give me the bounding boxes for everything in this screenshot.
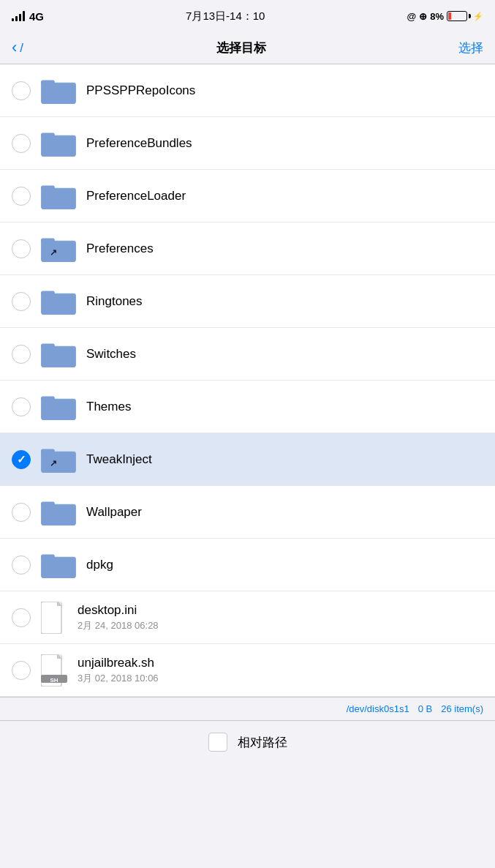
svg-rect-28 [42, 400, 75, 419]
radio-button[interactable] [12, 345, 31, 364]
list-item[interactable]: Themes [0, 381, 495, 433]
list-item[interactable]: PreferenceBundles [0, 117, 495, 170]
folder-icon [41, 340, 76, 369]
nav-bar: ‹ / 选择目标 选择 [0, 32, 495, 64]
item-info: PreferenceLoader [86, 189, 483, 203]
status-right: @ ⊕ 8% ⚡ [407, 11, 483, 22]
battery-icon: ⚡ [447, 11, 483, 21]
item-info: PPSSPPRepoIcons [86, 83, 483, 98]
file-icon: SH [41, 654, 67, 686]
back-label: / [20, 41, 23, 56]
item-name: Switches [86, 347, 483, 362]
folder-icon: ↗ [41, 234, 76, 263]
footer-path: /dev/disk0s1s1 [347, 703, 409, 714]
item-info: unjailbreak.sh3月 02, 2018 10:06 [78, 656, 483, 685]
list-item[interactable]: SH unjailbreak.sh3月 02, 2018 10:06 [0, 644, 495, 697]
svg-text:↗: ↗ [50, 247, 57, 258]
list-item[interactable]: PreferenceLoader [0, 170, 495, 222]
file-icon [41, 602, 67, 634]
svg-rect-3 [42, 83, 75, 103]
item-name: Ringtones [86, 294, 483, 309]
list-item[interactable]: dpkg [0, 539, 495, 591]
svg-text:SH: SH [50, 677, 58, 684]
item-name: desktop.ini [78, 603, 483, 618]
battery-percent: 8% [430, 11, 444, 22]
item-name: Themes [86, 400, 483, 414]
item-info: dpkg [86, 558, 483, 572]
footer-size: 0 B [418, 703, 433, 714]
item-info: Ringtones [86, 294, 483, 309]
footer-items: 26 item(s) [441, 703, 483, 714]
item-info: Switches [86, 347, 483, 362]
lock-icon: @ [407, 11, 417, 22]
relative-path-checkbox[interactable] [208, 733, 227, 752]
radio-button[interactable] [12, 397, 31, 416]
list-item[interactable]: PPSSPPRepoIcons [0, 64, 495, 117]
item-date: 3月 02, 2018 10:06 [78, 672, 483, 685]
item-info: PreferenceBundles [86, 136, 483, 151]
radio-button[interactable] [12, 503, 31, 522]
carrier-label: 4G [29, 10, 44, 23]
status-left: 4G [12, 10, 44, 23]
item-date: 2月 24, 2018 06:28 [78, 619, 483, 632]
status-time: 7月13日-14：10 [186, 10, 265, 23]
list-item[interactable]: Wallpaper [0, 486, 495, 539]
radio-button[interactable] [12, 292, 31, 311]
radio-button[interactable] [12, 661, 31, 680]
folder-icon [41, 182, 76, 211]
list-item[interactable]: desktop.ini2月 24, 2018 06:28 [0, 591, 495, 644]
item-info: Wallpaper [86, 505, 483, 520]
location-icon: ⊕ [419, 11, 427, 22]
item-name: Wallpaper [86, 505, 483, 520]
svg-rect-41 [42, 558, 75, 577]
svg-rect-20 [42, 294, 75, 314]
folder-icon: ↗ [41, 445, 76, 474]
back-button[interactable]: ‹ / [12, 41, 23, 56]
item-name: dpkg [86, 558, 483, 572]
bottom-bar: 相对路径 [0, 720, 495, 763]
item-info: Preferences [86, 242, 483, 256]
item-name: PreferenceLoader [86, 189, 483, 203]
list-item[interactable]: ↗ TweakInject [0, 433, 495, 486]
svg-rect-32 [42, 452, 75, 472]
radio-button[interactable] [12, 608, 31, 627]
item-name: PPSSPPRepoIcons [86, 83, 483, 98]
nav-title: 选择目标 [216, 40, 266, 56]
svg-rect-15 [42, 242, 75, 261]
list-item[interactable]: Switches [0, 328, 495, 381]
list-item[interactable]: Ringtones [0, 275, 495, 328]
footer-bar: /dev/disk0s1s1 0 B 26 item(s) [0, 697, 495, 720]
item-name: unjailbreak.sh [78, 656, 483, 670]
item-info: desktop.ini2月 24, 2018 06:28 [78, 603, 483, 632]
folder-icon [41, 392, 76, 422]
radio-button[interactable] [12, 134, 31, 153]
svg-text:↗: ↗ [50, 458, 57, 468]
relative-path-label: 相对路径 [238, 734, 287, 751]
item-name: Preferences [86, 242, 483, 256]
svg-rect-11 [42, 189, 75, 209]
radio-button[interactable] [12, 239, 31, 258]
svg-rect-7 [42, 136, 75, 156]
svg-rect-37 [42, 505, 75, 525]
svg-rect-42 [41, 602, 61, 634]
status-bar: 4G 7月13日-14：10 @ ⊕ 8% ⚡ [0, 0, 495, 32]
radio-button[interactable] [12, 450, 31, 469]
folder-icon [41, 76, 76, 105]
folder-icon [41, 498, 76, 527]
radio-button[interactable] [12, 187, 31, 206]
item-name: TweakInject [86, 452, 483, 467]
select-button[interactable]: 选择 [458, 40, 483, 56]
radio-button[interactable] [12, 555, 31, 575]
item-info: TweakInject [86, 452, 483, 467]
folder-icon [41, 550, 76, 580]
folder-icon [41, 129, 76, 158]
svg-rect-24 [42, 347, 75, 367]
radio-button[interactable] [12, 81, 31, 100]
back-chevron-icon: ‹ [12, 40, 17, 56]
item-name: PreferenceBundles [86, 136, 483, 151]
item-info: Themes [86, 400, 483, 414]
signal-icon [12, 11, 25, 21]
folder-icon [41, 287, 76, 316]
file-list: PPSSPPRepoIcons PreferenceBundles Prefer… [0, 64, 495, 697]
list-item[interactable]: ↗ Preferences [0, 222, 495, 275]
